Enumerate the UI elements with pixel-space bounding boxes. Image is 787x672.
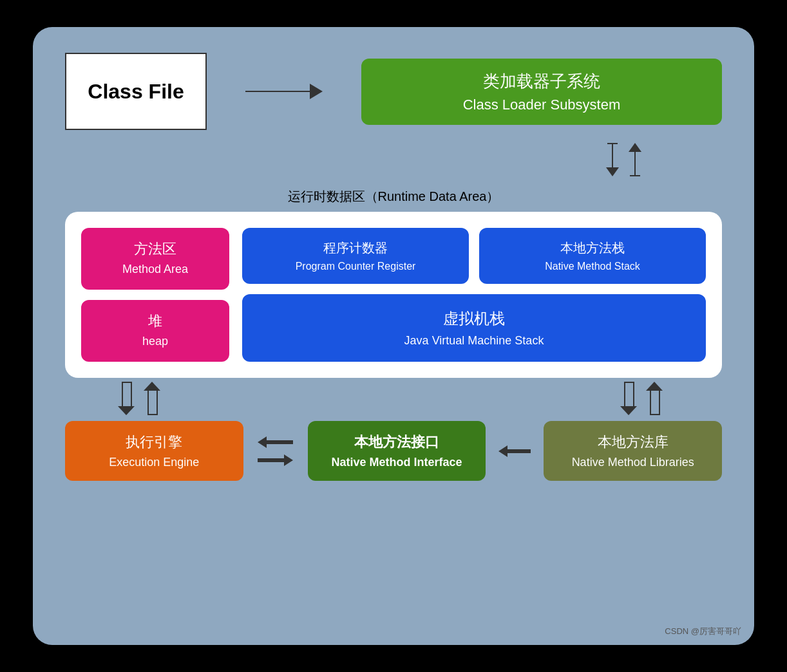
svg-rect-19 xyxy=(650,391,651,415)
runtime-container: 方法区 Method Area 堆 heap 程序计数器 Program Cou… xyxy=(65,212,722,378)
class-file-box: Class File xyxy=(65,53,207,130)
svg-rect-16 xyxy=(633,382,634,406)
svg-rect-18 xyxy=(650,414,660,415)
jvm-stack-cn: 虚拟机栈 xyxy=(255,308,693,329)
svg-marker-5 xyxy=(629,143,641,152)
loader-runtime-arrows xyxy=(600,143,651,178)
svg-marker-21 xyxy=(646,382,663,391)
execution-engine-en: Execution Engine xyxy=(78,456,231,469)
svg-rect-8 xyxy=(131,382,132,406)
native-method-stack-cn: 本地方法栈 xyxy=(492,239,693,257)
right-column: 程序计数器 Program Counter Register 本地方法栈 Nat… xyxy=(242,228,706,362)
class-file-to-loader-arrow xyxy=(245,84,323,99)
program-counter-en: Program Counter Register xyxy=(255,261,456,272)
heap-cn: 堆 xyxy=(94,312,216,331)
execution-engine-cn: 执行引擎 xyxy=(78,433,231,452)
native-method-interface-box: 本地方法接口 Native Method Interface xyxy=(308,421,486,481)
top-section: Class File 类加载器子系统 Class Loader Subsyste… xyxy=(65,53,722,130)
native-method-libraries-box: 本地方法库 Native Method Libraries xyxy=(544,421,722,481)
svg-rect-12 xyxy=(156,391,158,415)
native-method-stack-box: 本地方法栈 Native Method Stack xyxy=(479,228,706,284)
jvm-stack-box: 虚拟机栈 Java Virtual Machine Stack xyxy=(242,294,706,362)
class-file-label: Class File xyxy=(88,80,184,104)
svg-marker-9 xyxy=(118,406,135,415)
center-runtime-arrows xyxy=(619,382,670,417)
svg-rect-14 xyxy=(624,382,634,383)
top-right-row: 程序计数器 Program Counter Register 本地方法栈 Nat… xyxy=(242,228,706,284)
jvm-stack-en: Java Virtual Machine Stack xyxy=(255,334,693,348)
native-method-interface-cn: 本地方法接口 xyxy=(321,433,473,452)
class-loader-box: 类加载器子系统 Class Loader Subsystem xyxy=(361,59,722,125)
heap-en: heap xyxy=(94,335,216,348)
watermark: CSDN @厉害哥哥吖 xyxy=(665,626,741,637)
svg-rect-1 xyxy=(607,143,618,144)
svg-rect-7 xyxy=(122,382,123,406)
class-loader-cn: 类加载器子系统 xyxy=(387,70,696,93)
native-method-libraries-en: Native Method Libraries xyxy=(556,456,709,469)
svg-marker-17 xyxy=(620,406,637,415)
class-loader-en: Class Loader Subsystem xyxy=(387,97,696,113)
svg-marker-22 xyxy=(258,436,293,448)
svg-marker-23 xyxy=(258,454,293,466)
svg-rect-15 xyxy=(624,382,625,406)
bottom-section: 执行引擎 Execution Engine 本地方法接口 Native Meth… xyxy=(65,421,722,481)
main-container: Class File 类加载器子系统 Class Loader Subsyste… xyxy=(33,27,754,645)
left-column: 方法区 Method Area 堆 heap xyxy=(81,228,229,362)
horiz-arrow-right-1 xyxy=(258,454,293,466)
runtime-area-label: 运行时数据区（Runtime Data Area） xyxy=(65,188,722,205)
svg-rect-20 xyxy=(659,391,660,415)
horiz-arrow-left-2 xyxy=(498,445,531,457)
execution-engine-box: 执行引擎 Execution Engine xyxy=(65,421,243,481)
native-method-stack-en: Native Method Stack xyxy=(492,261,693,272)
svg-rect-4 xyxy=(630,175,640,176)
method-area-en: Method Area xyxy=(94,263,216,276)
svg-rect-10 xyxy=(147,414,158,415)
svg-rect-6 xyxy=(122,382,132,383)
method-area-cn: 方法区 xyxy=(94,239,216,259)
horiz-arrow-left-1 xyxy=(258,436,293,448)
native-method-interface-en: Native Method Interface xyxy=(321,456,473,469)
svg-marker-2 xyxy=(606,167,619,176)
svg-rect-11 xyxy=(147,391,149,415)
native-method-libraries-cn: 本地方法库 xyxy=(556,433,709,452)
method-area-box: 方法区 Method Area xyxy=(81,228,229,290)
program-counter-box: 程序计数器 Program Counter Register xyxy=(242,228,469,284)
heap-box: 堆 heap xyxy=(81,300,229,362)
left-runtime-arrows xyxy=(117,382,168,417)
svg-marker-13 xyxy=(144,382,160,391)
svg-marker-24 xyxy=(498,445,531,457)
program-counter-cn: 程序计数器 xyxy=(255,239,456,257)
